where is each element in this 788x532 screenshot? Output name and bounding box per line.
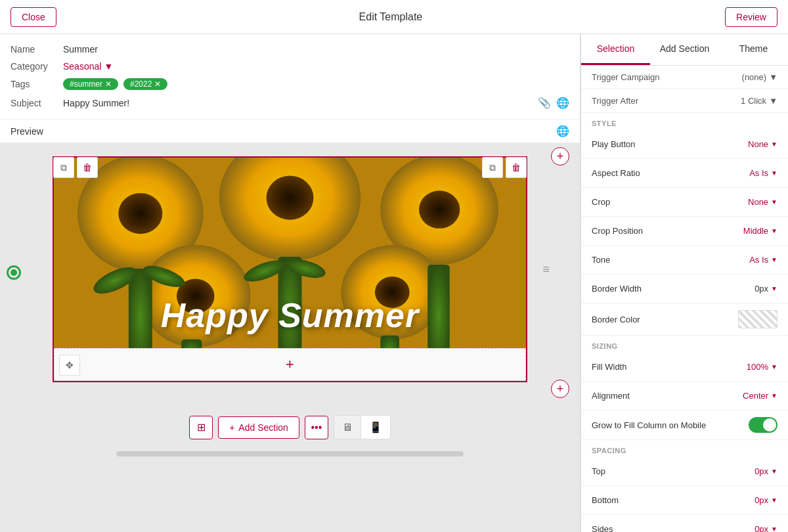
image-block[interactable]: Happy Summer [54,158,526,348]
prop-border-width-row: Border Width 0px ▼ [581,275,788,303]
svg-point-2 [118,193,162,234]
plus-top-button[interactable]: + [551,147,569,166]
fill-width-arrow-icon: ▼ [771,363,777,370]
tags-label: Tags [11,79,63,89]
prop-spacing-sides-value: 0px [755,524,768,532]
play-button-arrow-icon: ▼ [771,141,777,148]
category-dropdown[interactable]: Seasonal ▼ [63,61,113,72]
move-handle[interactable]: ✥ [59,355,80,376]
name-row: Name Summer [11,41,569,58]
prop-spacing-bottom-row: Bottom 0px ▼ [581,486,788,515]
prop-tone-dropdown[interactable]: As Is ▼ [749,255,777,265]
prop-crop-position-value: Middle [743,226,768,236]
trigger-campaign-arrow-icon: ▼ [769,72,777,82]
trigger-campaign-dropdown[interactable]: (none) ▼ [742,72,777,82]
prop-alignment-row: Alignment Center ▼ [581,382,788,410]
tag-2022[interactable]: #2022 ✕ [123,78,167,90]
placeholder-plus-icon[interactable]: + [286,356,294,373]
prop-aspect-ratio-row: Aspect Ratio As Is ▼ [581,159,788,188]
add-section-icon: + [229,422,234,433]
page-title: Edit Template [359,11,423,23]
trigger-after-value: 1 Click [741,96,766,106]
section-copy-button[interactable]: ⧉ [53,157,74,178]
prop-crop-position-label: Crop Position [592,226,643,236]
prop-crop-dropdown[interactable]: None ▼ [748,197,777,207]
block-delete-button[interactable]: 🗑 [506,157,527,178]
spacing-bottom-arrow-icon: ▼ [771,497,777,504]
more-options-button[interactable]: ••• [305,416,328,439]
tag-summer[interactable]: #summer ✕ [63,78,118,90]
grow-mobile-toggle[interactable] [749,417,777,433]
prop-border-color-row: Border Color [581,303,788,336]
tag-2022-remove-icon[interactable]: ✕ [154,79,161,89]
tag-summer-label: #summer [70,79,102,89]
prop-spacing-sides-row: Sides 0px ▼ [581,515,788,532]
prop-play-button-dropdown[interactable]: None ▼ [748,139,777,149]
preview-globe-icon[interactable]: 🌐 [556,125,569,137]
plus-bottom-button[interactable]: + [551,380,569,398]
crop-arrow-icon: ▼ [771,198,777,206]
tab-add-section[interactable]: Add Section [650,34,719,65]
tags-container: #summer ✕ #2022 ✕ [63,78,167,90]
prop-grow-mobile-label: Grow to Fill Column on Mobile [592,420,706,430]
tab-theme[interactable]: Theme [719,34,788,65]
trigger-campaign-value: (none) [742,72,767,82]
prop-spacing-sides-dropdown[interactable]: 0px ▼ [755,524,777,532]
subject-value: Happy Summer! [63,98,538,108]
grid-icon-button[interactable]: ⊞ [189,416,213,439]
prop-fill-width-row: Fill Width 100% ▼ [581,353,788,382]
add-section-bar: ⊞ + Add Section ••• 🖥 📱 [183,409,397,446]
meta-section: Name Summer Category Seasonal ▼ Tags #su… [0,34,580,120]
section-block: ⧉ 🗑 ⧉ 🗑 [53,156,527,382]
style-section-label: Style [581,113,788,130]
prop-crop-position-row: Crop Position Middle ▼ [581,217,788,246]
prop-spacing-bottom-dropdown[interactable]: 0px ▼ [755,495,777,505]
tag-summer-remove-icon[interactable]: ✕ [105,79,112,89]
image-headline: Happy Summer [161,296,419,334]
trigger-after-label: Trigger After [592,96,638,106]
prop-spacing-sides-label: Sides [592,524,613,532]
name-value: Summer [63,44,98,55]
globe-icon[interactable]: 🌐 [556,97,569,109]
block-copy-button[interactable]: ⧉ [482,157,503,178]
prop-fill-width-value: 100% [747,362,768,372]
desktop-device-button[interactable]: 🖥 [334,416,361,439]
prop-border-width-value: 0px [755,284,768,294]
prop-aspect-ratio-dropdown[interactable]: As Is ▼ [749,168,777,178]
tags-row: Tags #summer ✕ #2022 ✕ [11,75,569,93]
section-delete-button[interactable]: 🗑 [77,157,98,178]
tag-2022-label: #2022 [130,79,152,89]
trigger-after-dropdown[interactable]: 1 Click ▼ [741,96,777,106]
prop-spacing-top-label: Top [592,466,605,476]
svg-point-6 [419,190,460,229]
border-color-swatch[interactable] [738,310,777,328]
review-button[interactable]: Review [725,7,777,27]
alignment-arrow-icon: ▼ [771,392,777,399]
circle-indicator-inner [7,265,21,280]
preview-bar: Preview 🌐 [0,120,580,143]
left-panel: Name Summer Category Seasonal ▼ Tags #su… [0,34,580,532]
prop-crop-value: None [748,197,768,207]
prop-fill-width-dropdown[interactable]: 100% ▼ [747,362,777,372]
add-section-button[interactable]: + Add Section [218,416,299,439]
prop-alignment-dropdown[interactable]: Center ▼ [743,391,777,401]
drag-handle-right[interactable]: ≡ [542,263,550,277]
prop-aspect-ratio-label: Aspect Ratio [592,168,640,178]
prop-spacing-top-dropdown[interactable]: 0px ▼ [755,466,777,476]
right-panel: Selection Add Section Theme Trigger Camp… [580,34,788,532]
prop-fill-width-label: Fill Width [592,362,626,372]
canvas-area[interactable]: + ⧉ 🗑 ⧉ 🗑 [0,143,580,532]
tab-selection[interactable]: Selection [581,34,650,65]
prop-border-width-dropdown[interactable]: 0px ▼ [755,284,777,294]
paperclip-icon[interactable]: 📎 [538,97,551,109]
prop-border-color-label: Border Color [592,315,640,324]
prop-crop-position-dropdown[interactable]: Middle ▼ [743,226,777,236]
toggle-knob [763,418,776,432]
close-button[interactable]: Close [11,7,56,27]
placeholder-row[interactable]: + [54,348,526,381]
prop-tone-label: Tone [592,255,610,265]
category-value: Seasonal [63,61,101,72]
mobile-device-button[interactable]: 📱 [361,416,390,439]
right-tabs: Selection Add Section Theme [581,34,788,66]
prop-play-button-label: Play Button [592,139,636,149]
